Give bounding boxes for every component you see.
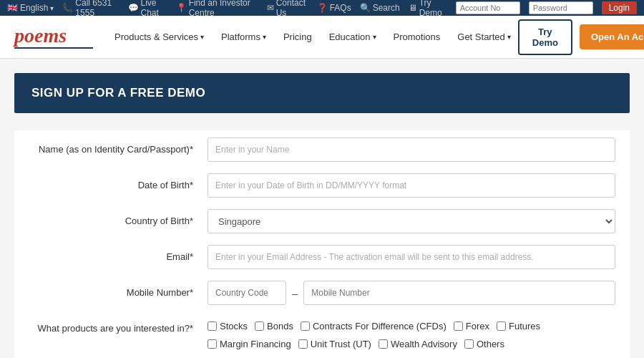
- products-row: What products are you interested in?* St…: [29, 316, 615, 349]
- password-input[interactable]: [529, 1, 593, 14]
- dob-label: Date of Birth*: [29, 173, 208, 192]
- checkbox-stocks[interactable]: Stocks: [208, 321, 248, 332]
- email-input[interactable]: [208, 245, 615, 269]
- country-row: Country of Birth* Singapore Malaysia Ind…: [29, 209, 615, 233]
- language-selector[interactable]: 🇬🇧 English ▾: [7, 3, 54, 13]
- mobile-label: Mobile Number*: [29, 281, 208, 299]
- checkbox-bonds[interactable]: Bonds: [255, 321, 293, 332]
- account-no-input[interactable]: [456, 1, 520, 14]
- country-select[interactable]: Singapore Malaysia Indonesia China India…: [208, 209, 615, 233]
- email-input-wrap: [208, 245, 615, 269]
- envelope-icon: ✉: [267, 3, 274, 13]
- checkbox-forex-input[interactable]: [454, 321, 463, 331]
- phone-link[interactable]: 📞 Call 6531 1555: [62, 0, 119, 18]
- pin-icon: 📍: [176, 3, 187, 13]
- help-icon: ❓: [317, 3, 328, 13]
- name-label: Name (as on Identity Card/Passport)*: [29, 137, 208, 156]
- checkbox-unit-trust[interactable]: Unit Trust (UT): [298, 339, 371, 349]
- phone-icon: 📞: [62, 3, 73, 13]
- checkbox-cfds-input[interactable]: [301, 321, 310, 331]
- logo-underline: [14, 47, 93, 49]
- nav-platforms[interactable]: Platforms ▾: [214, 27, 273, 47]
- products-checkboxes-row2: Margin Financing Unit Trust (UT) Wealth …: [208, 334, 615, 349]
- checkbox-wealth-input[interactable]: [379, 339, 388, 349]
- mobile-number-input[interactable]: [303, 281, 615, 305]
- products-checkboxes: Stocks Bonds Contracts For Difference (C…: [208, 316, 615, 332]
- nav-education[interactable]: Education ▾: [322, 27, 384, 47]
- search-link[interactable]: 🔍 Search: [360, 3, 400, 13]
- checkbox-futures-input[interactable]: [497, 321, 506, 331]
- nav-promotions[interactable]: Promotions: [386, 27, 448, 47]
- flag-icon: 🇬🇧: [7, 3, 18, 13]
- mobile-input-row: –: [208, 281, 615, 305]
- livechat-link[interactable]: 💬 Live Chat: [128, 0, 167, 18]
- logo[interactable]: poems: [14, 26, 93, 49]
- checkbox-futures[interactable]: Futures: [497, 321, 540, 332]
- dob-input-wrap: [208, 173, 615, 198]
- checkbox-margin[interactable]: Margin Financing: [208, 339, 291, 349]
- contact-us-link[interactable]: ✉ Contact Us: [267, 0, 308, 18]
- country-label: Country of Birth*: [29, 209, 208, 228]
- name-row: Name (as on Identity Card/Passport)*: [29, 137, 615, 162]
- country-select-wrap: Singapore Malaysia Indonesia China India…: [208, 209, 615, 233]
- nav-actions: Try Demo Open An Account: [518, 19, 644, 55]
- checkbox-bonds-input[interactable]: [255, 321, 264, 331]
- checkbox-stocks-input[interactable]: [208, 321, 217, 331]
- education-chevron-icon: ▾: [373, 33, 376, 41]
- try-demo-topbar-link[interactable]: 🖥 Try Demo: [409, 0, 447, 18]
- faqs-link[interactable]: ❓ FAQs: [317, 3, 351, 13]
- email-row: Email*: [29, 245, 615, 269]
- open-account-button[interactable]: Open An Account: [580, 24, 644, 49]
- language-chevron-icon: ▾: [50, 4, 54, 12]
- login-button[interactable]: Login: [602, 1, 637, 14]
- dob-input[interactable]: [208, 173, 615, 198]
- monitor-icon: 🖥: [409, 3, 417, 13]
- checkbox-others-input[interactable]: [464, 339, 474, 349]
- checkbox-cfds[interactable]: Contracts For Difference (CFDs): [301, 321, 447, 332]
- get-started-chevron-icon: ▾: [507, 33, 511, 41]
- platforms-chevron-icon: ▾: [263, 33, 266, 41]
- nav-get-started[interactable]: Get Started ▾: [450, 27, 517, 47]
- nav-links: Products & Services ▾ Platforms ▾ Pricin…: [107, 27, 518, 47]
- checkbox-others[interactable]: Others: [464, 339, 504, 349]
- nav-bar: poems Products & Services ▾ Platforms ▾ …: [0, 16, 644, 59]
- checkbox-unit-trust-input[interactable]: [298, 339, 308, 349]
- top-bar: 🇬🇧 English ▾ 📞 Call 6531 1555 💬 Live Cha…: [0, 0, 644, 16]
- country-code-input[interactable]: [208, 281, 286, 305]
- search-icon: 🔍: [360, 3, 371, 13]
- chat-icon: 💬: [128, 3, 139, 13]
- mobile-dash: –: [292, 287, 298, 299]
- page-content: SIGN UP FOR A FREE DEMO Name (as on Iden…: [0, 59, 644, 358]
- name-input-wrap: [208, 137, 615, 162]
- try-demo-button[interactable]: Try Demo: [518, 19, 572, 55]
- name-input[interactable]: [208, 137, 615, 162]
- mobile-row: Mobile Number* –: [29, 281, 615, 305]
- checkbox-wealth[interactable]: Wealth Advisory: [379, 339, 457, 349]
- products-wrap: Stocks Bonds Contracts For Difference (C…: [208, 316, 615, 349]
- nav-products-services[interactable]: Products & Services ▾: [107, 27, 211, 47]
- checkbox-forex[interactable]: Forex: [454, 321, 489, 332]
- nav-pricing[interactable]: Pricing: [276, 27, 319, 47]
- investor-centre-link[interactable]: 📍 Find an Investor Centre: [176, 0, 258, 18]
- email-label: Email*: [29, 245, 208, 263]
- form-section: Name (as on Identity Card/Passport)* Dat…: [14, 130, 630, 358]
- form-header: SIGN UP FOR A FREE DEMO: [14, 73, 630, 113]
- products-label: What products are you interested in?*: [29, 316, 208, 335]
- products-chevron-icon: ▾: [200, 33, 204, 41]
- dob-row: Date of Birth*: [29, 173, 615, 198]
- logo-text: poems: [14, 26, 67, 46]
- checkbox-margin-input[interactable]: [208, 339, 217, 349]
- mobile-input-wrap: –: [208, 281, 615, 305]
